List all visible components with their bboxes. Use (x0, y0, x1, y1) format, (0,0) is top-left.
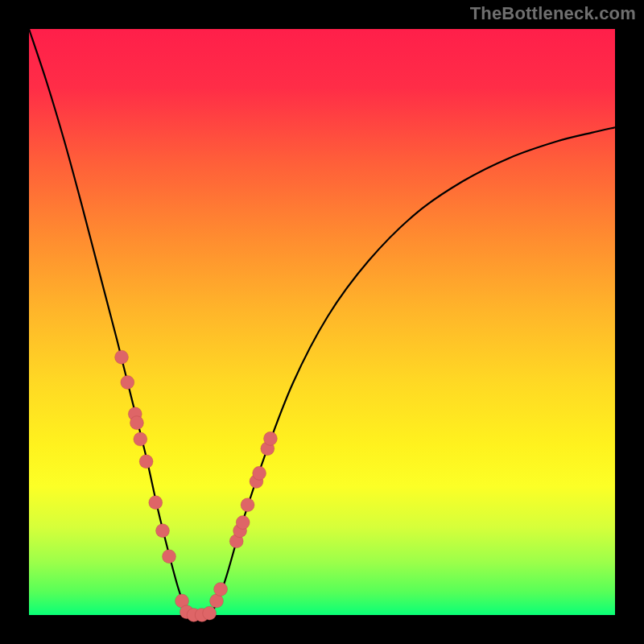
watermark-text: TheBottleneck.com (470, 3, 636, 24)
data-dot (203, 606, 217, 620)
data-dot (236, 515, 250, 529)
data-dot (263, 431, 277, 445)
data-dot (121, 375, 134, 389)
data-dots-group (115, 350, 278, 621)
data-dot (115, 350, 129, 364)
bottleneck-curve (29, 29, 615, 616)
plot-area (29, 29, 615, 615)
data-dot (214, 582, 228, 596)
data-dot (155, 524, 169, 538)
data-dot (162, 550, 175, 564)
data-dot (134, 432, 147, 446)
data-dot (139, 455, 153, 469)
data-dot (130, 416, 143, 430)
curve-svg (29, 29, 615, 615)
chart-frame: TheBottleneck.com (0, 0, 644, 644)
data-dot (241, 498, 254, 512)
data-dot (149, 496, 163, 510)
data-dot (253, 466, 266, 480)
